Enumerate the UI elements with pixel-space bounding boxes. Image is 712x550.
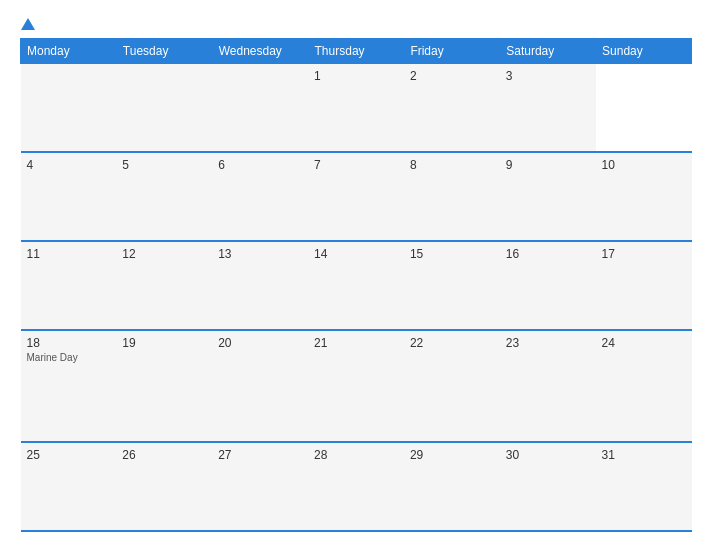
day-number: 11	[27, 247, 111, 261]
day-number: 28	[314, 448, 398, 462]
calendar-body: 123456789101112131415161718Marine Day192…	[21, 64, 692, 532]
calendar-cell-18: 18Marine Day	[21, 330, 117, 442]
calendar-cell-4: 4	[21, 152, 117, 241]
empty-cell	[116, 64, 212, 152]
day-number: 31	[602, 448, 686, 462]
day-header-tuesday: Tuesday	[116, 39, 212, 64]
day-number: 29	[410, 448, 494, 462]
calendar-cell-25: 25	[21, 442, 117, 531]
calendar-cell-21: 21	[308, 330, 404, 442]
day-number: 18	[27, 336, 111, 350]
day-number: 27	[218, 448, 302, 462]
day-number: 5	[122, 158, 206, 172]
week-row-2: 45678910	[21, 152, 692, 241]
day-number: 1	[314, 69, 398, 83]
day-number: 30	[506, 448, 590, 462]
day-number: 6	[218, 158, 302, 172]
day-number: 9	[506, 158, 590, 172]
calendar-cell-10: 10	[596, 152, 692, 241]
calendar-cell-26: 26	[116, 442, 212, 531]
calendar-cell-17: 17	[596, 241, 692, 330]
day-header-thursday: Thursday	[308, 39, 404, 64]
calendar-table: MondayTuesdayWednesdayThursdayFridaySatu…	[20, 38, 692, 532]
empty-cell	[212, 64, 308, 152]
calendar-cell-7: 7	[308, 152, 404, 241]
day-header-friday: Friday	[404, 39, 500, 64]
day-number: 7	[314, 158, 398, 172]
day-header-saturday: Saturday	[500, 39, 596, 64]
day-number: 25	[27, 448, 111, 462]
calendar-cell-16: 16	[500, 241, 596, 330]
calendar-cell-19: 19	[116, 330, 212, 442]
logo	[20, 18, 35, 32]
calendar-cell-8: 8	[404, 152, 500, 241]
day-number: 21	[314, 336, 398, 350]
day-number: 3	[506, 69, 590, 83]
calendar-header	[20, 18, 692, 32]
calendar-cell-5: 5	[116, 152, 212, 241]
days-header: MondayTuesdayWednesdayThursdayFridaySatu…	[21, 39, 692, 64]
calendar-cell-28: 28	[308, 442, 404, 531]
day-number: 10	[602, 158, 686, 172]
calendar-cell-24: 24	[596, 330, 692, 442]
day-number: 8	[410, 158, 494, 172]
day-number: 17	[602, 247, 686, 261]
calendar-cell-3: 3	[500, 64, 596, 152]
calendar-cell-22: 22	[404, 330, 500, 442]
day-header-monday: Monday	[21, 39, 117, 64]
calendar-cell-1: 1	[308, 64, 404, 152]
calendar-cell-29: 29	[404, 442, 500, 531]
day-number: 20	[218, 336, 302, 350]
week-row-1: 123	[21, 64, 692, 152]
calendar-cell-13: 13	[212, 241, 308, 330]
calendar-cell-14: 14	[308, 241, 404, 330]
calendar-cell-31: 31	[596, 442, 692, 531]
day-number: 19	[122, 336, 206, 350]
calendar-cell-9: 9	[500, 152, 596, 241]
calendar-cell-30: 30	[500, 442, 596, 531]
logo-triangle-icon	[21, 18, 35, 30]
calendar-cell-11: 11	[21, 241, 117, 330]
day-number: 23	[506, 336, 590, 350]
day-number: 2	[410, 69, 494, 83]
calendar-page: MondayTuesdayWednesdayThursdayFridaySatu…	[0, 0, 712, 550]
week-row-4: 18Marine Day192021222324	[21, 330, 692, 442]
day-number: 24	[602, 336, 686, 350]
day-number: 4	[27, 158, 111, 172]
day-number: 14	[314, 247, 398, 261]
day-header-wednesday: Wednesday	[212, 39, 308, 64]
calendar-cell-12: 12	[116, 241, 212, 330]
day-header-sunday: Sunday	[596, 39, 692, 64]
week-row-3: 11121314151617	[21, 241, 692, 330]
calendar-cell-6: 6	[212, 152, 308, 241]
holiday-label: Marine Day	[27, 352, 111, 363]
empty-cell	[21, 64, 117, 152]
calendar-cell-27: 27	[212, 442, 308, 531]
calendar-header-row: MondayTuesdayWednesdayThursdayFridaySatu…	[21, 39, 692, 64]
week-row-5: 25262728293031	[21, 442, 692, 531]
calendar-cell-20: 20	[212, 330, 308, 442]
day-number: 22	[410, 336, 494, 350]
calendar-cell-15: 15	[404, 241, 500, 330]
calendar-cell-2: 2	[404, 64, 500, 152]
day-number: 12	[122, 247, 206, 261]
day-number: 15	[410, 247, 494, 261]
day-number: 13	[218, 247, 302, 261]
day-number: 26	[122, 448, 206, 462]
calendar-cell-23: 23	[500, 330, 596, 442]
day-number: 16	[506, 247, 590, 261]
